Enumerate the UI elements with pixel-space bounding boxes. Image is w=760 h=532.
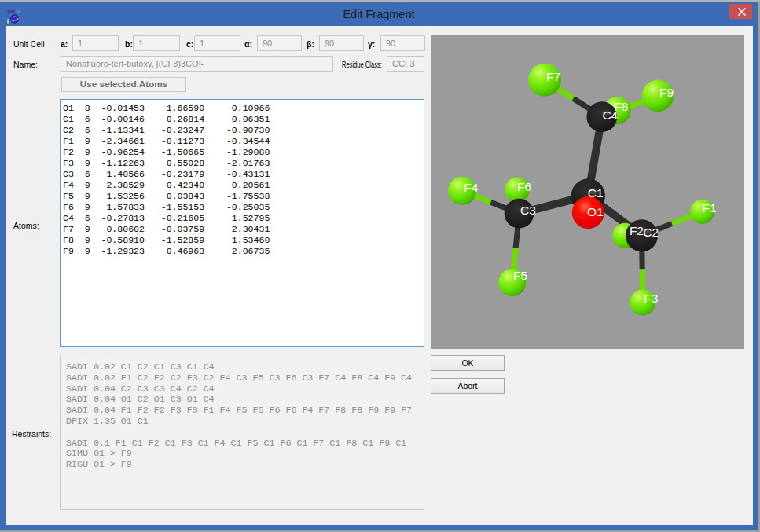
svg-text:C2: C2 bbox=[643, 226, 659, 239]
svg-text:F9: F9 bbox=[659, 86, 674, 99]
svg-text:O1: O1 bbox=[587, 205, 604, 218]
svg-text:F2: F2 bbox=[630, 224, 644, 237]
svg-text:F7: F7 bbox=[546, 70, 560, 83]
svg-text:F5: F5 bbox=[513, 269, 527, 282]
svg-text:C3: C3 bbox=[520, 204, 536, 217]
svg-text:C1: C1 bbox=[588, 186, 604, 200]
svg-text:F3: F3 bbox=[644, 292, 658, 305]
svg-text:F1: F1 bbox=[703, 201, 717, 215]
svg-text:le: le bbox=[17, 9, 20, 13]
svg-text:F8: F8 bbox=[614, 100, 628, 113]
svg-text:F6: F6 bbox=[517, 180, 531, 193]
svg-text:F4: F4 bbox=[464, 181, 478, 194]
